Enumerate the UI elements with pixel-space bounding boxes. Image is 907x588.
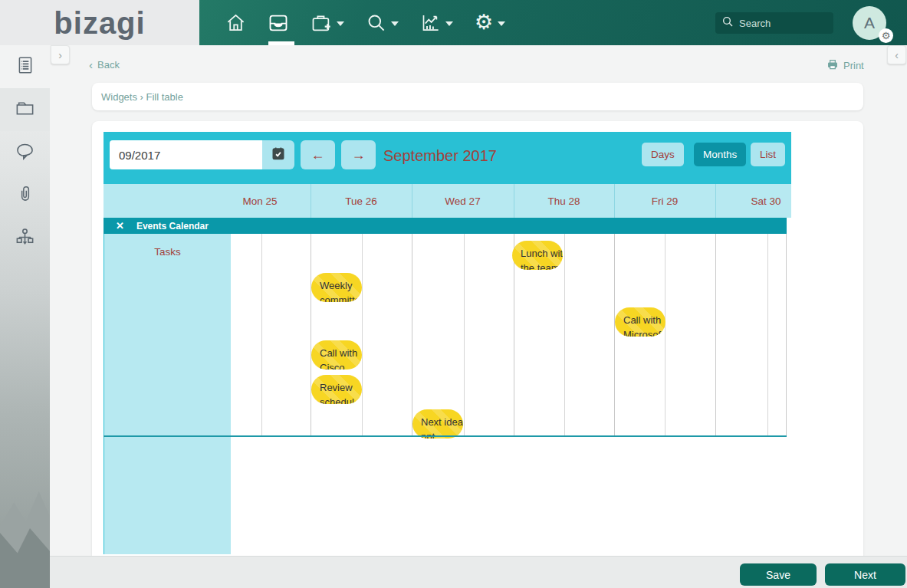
- grid-line: [464, 234, 465, 436]
- grid-line: [564, 234, 565, 436]
- arrow-right-icon: →: [352, 147, 366, 163]
- column-divider: [311, 184, 311, 218]
- month-input[interactable]: [110, 140, 262, 169]
- home-menu-item[interactable]: [224, 0, 248, 45]
- top-navbar: bizagi: [0, 0, 907, 45]
- sidebar-item-files[interactable]: [0, 88, 50, 131]
- global-search-box[interactable]: [715, 12, 833, 34]
- column-divider: [514, 184, 514, 218]
- sidebar-item-comments[interactable]: [0, 131, 50, 174]
- bizagi-work-portal: bizagi: [0, 0, 907, 588]
- sidebar-item-attachments[interactable]: [0, 174, 50, 217]
- calendar-toolbar: ← → September 2017 Days Months List: [104, 132, 791, 184]
- chevron-down-icon: [498, 21, 505, 26]
- day-header-row: Mon 25 Tue 26 Wed 27 Thu 28 Fri 29 Sat 3…: [104, 184, 791, 218]
- calendar-event[interactable]: Call with Cisco: [311, 340, 362, 370]
- search-menu-item[interactable]: [364, 0, 400, 45]
- gear-icon: ⚙: [475, 12, 493, 33]
- new-case-menu-item[interactable]: [309, 0, 346, 45]
- search-icon: [721, 15, 734, 31]
- grid-line: [311, 234, 311, 436]
- grid-line: [261, 234, 262, 436]
- search-input[interactable]: [739, 18, 823, 29]
- tasks-row-header: Tasks: [104, 234, 231, 554]
- navbar-menu: ⚙: [224, 0, 507, 45]
- inbox-icon: [268, 12, 289, 34]
- grid-line: [767, 234, 768, 436]
- action-footer: Save Next: [50, 556, 907, 588]
- view-months-button[interactable]: Months: [694, 143, 746, 166]
- sidebar-item-process-path[interactable]: [0, 217, 50, 260]
- next-month-button[interactable]: →: [341, 140, 376, 169]
- calendar-event[interactable]: Review schedul: [311, 375, 362, 404]
- day-header: Fri 29: [614, 184, 715, 218]
- grid-line: [412, 234, 412, 436]
- comment-bubble-icon: [15, 141, 35, 165]
- logo-area[interactable]: bizagi: [0, 0, 199, 45]
- column-divider: [715, 184, 716, 218]
- column-divider: [412, 184, 412, 218]
- save-button[interactable]: Save: [740, 563, 817, 586]
- event-title-line: Lunch with: [521, 246, 563, 261]
- tasks-label: Tasks: [104, 246, 231, 258]
- printer-icon: [826, 58, 839, 73]
- user-avatar[interactable]: A ⚙: [853, 6, 886, 40]
- calendar-event[interactable]: Next idea ppt: [412, 409, 463, 439]
- print-label: Print: [843, 60, 864, 71]
- calendar-event[interactable]: Weekly committe: [311, 273, 362, 302]
- reports-menu-item[interactable]: [419, 0, 455, 45]
- back-label: Back: [97, 59, 120, 71]
- sidebar-item-activity-form[interactable]: [0, 45, 50, 88]
- calendar-event[interactable]: Lunch with the team: [512, 241, 563, 270]
- home-icon: [225, 12, 246, 33]
- next-button[interactable]: Next: [825, 563, 905, 586]
- events-calendar-panel-header: ✕ Events Calendar: [104, 218, 787, 234]
- chevron-down-icon: [445, 21, 453, 26]
- previous-month-button[interactable]: ←: [301, 140, 335, 169]
- calendar-title: September 2017: [383, 147, 497, 165]
- close-icon[interactable]: ✕: [116, 220, 124, 232]
- view-days-button[interactable]: Days: [642, 143, 684, 166]
- day-header: Tue 26: [311, 184, 412, 218]
- briefcase-plus-icon: [311, 12, 332, 34]
- day-header: Wed 27: [412, 184, 514, 218]
- chevron-left-icon: ‹: [895, 49, 899, 61]
- print-button[interactable]: Print: [826, 58, 864, 73]
- grid-line: [614, 234, 615, 436]
- event-title-line: ppt: [421, 429, 463, 439]
- form-card: ← → September 2017 Days Months List Mon …: [92, 121, 863, 556]
- breadcrumb-text: Widgets › Fill table: [101, 91, 183, 103]
- left-sidebar: [0, 45, 50, 588]
- grid-line: [665, 234, 665, 436]
- arrow-left-icon: ←: [311, 147, 325, 163]
- chevron-down-icon: [337, 21, 344, 26]
- event-title-line: Weekly: [320, 278, 362, 293]
- expand-left-panel-tab[interactable]: ›: [51, 45, 70, 64]
- grid-line: [514, 234, 514, 436]
- grid-line: [362, 234, 363, 436]
- chevron-left-icon: ‹: [89, 58, 93, 71]
- folder-icon: [15, 98, 35, 122]
- back-button[interactable]: ‹ Back: [89, 58, 120, 71]
- search-icon: [366, 12, 386, 33]
- collapse-right-panel-tab[interactable]: ‹: [887, 45, 906, 64]
- avatar-settings-gear-icon[interactable]: ⚙: [879, 28, 893, 43]
- view-list-button[interactable]: List: [751, 143, 785, 166]
- admin-menu-item[interactable]: ⚙: [473, 0, 507, 45]
- chevron-down-icon: [391, 21, 399, 26]
- breadcrumb: Widgets › Fill table: [92, 83, 863, 110]
- event-title-line: Review: [320, 380, 362, 395]
- calendar-event[interactable]: Call with Microsof: [615, 307, 665, 337]
- form-icon: [15, 55, 35, 78]
- bizagi-logo: bizagi: [54, 8, 145, 38]
- day-header: Thu 28: [514, 184, 614, 218]
- chart-icon: [420, 12, 441, 33]
- calendar-check-icon: [271, 146, 286, 164]
- inbox-menu-item[interactable]: [266, 0, 291, 45]
- panel-title: Events Calendar: [136, 221, 209, 232]
- event-title-line: Next idea: [421, 415, 463, 429]
- grid-line: [715, 234, 716, 436]
- date-picker-button[interactable]: [262, 140, 294, 169]
- events-calendar-widget: ← → September 2017 Days Months List Mon …: [104, 132, 791, 554]
- day-header: Sat 30: [715, 184, 791, 218]
